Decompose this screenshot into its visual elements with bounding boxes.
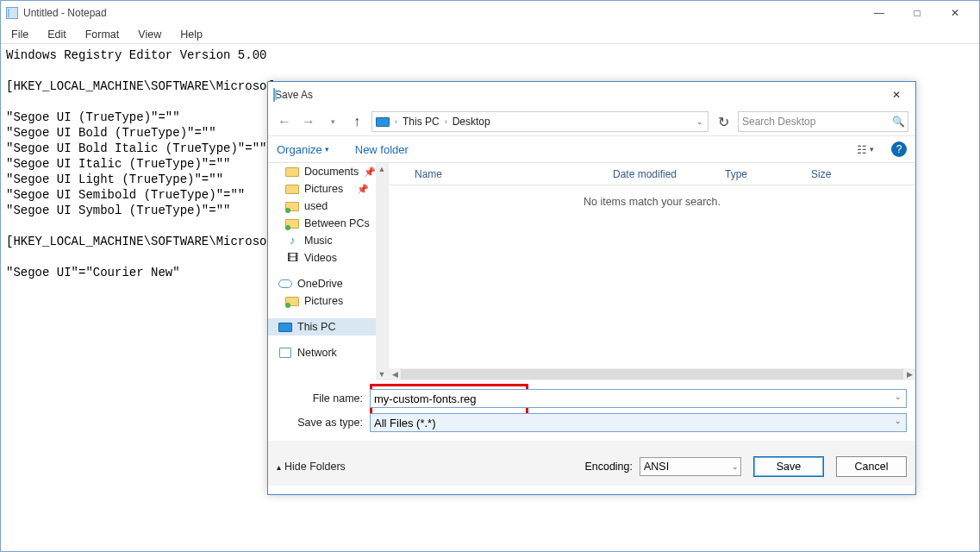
search-icon: 🔍 <box>892 116 904 128</box>
breadcrumb-thispc[interactable]: This PC <box>403 116 440 128</box>
saveas-dialog: Save As ✕ ← → ▾ ↑ › This PC › Desktop ⌄ … <box>267 81 916 495</box>
dialog-bottom-bar: ▴Hide Folders Encoding: ANSI⌄ Save Cance… <box>268 441 915 486</box>
tree-item-videos[interactable]: 🎞Videos <box>268 249 388 267</box>
save-button[interactable]: Save <box>753 456 824 477</box>
hide-folders-button[interactable]: ▴Hide Folders <box>277 461 346 473</box>
tree-item-between-pcs[interactable]: Between PCs <box>268 215 388 232</box>
breadcrumb[interactable]: › This PC › Desktop ⌄ <box>371 111 708 132</box>
notepad-icon <box>6 7 18 19</box>
breadcrumb-dropdown-icon[interactable]: ⌄ <box>694 117 706 126</box>
folder-tree[interactable]: Documents📌 Pictures📌 used Between PCs ♪M… <box>268 163 389 380</box>
chevron-down-icon: ▾ <box>325 145 329 154</box>
chevron-down-icon[interactable]: ⌄ <box>892 392 904 401</box>
tree-item-onedrive-pictures[interactable]: Pictures <box>268 292 388 310</box>
close-button[interactable]: ✕ <box>936 1 974 25</box>
nav-row: ← → ▾ ↑ › This PC › Desktop ⌄ ↻ Search D… <box>268 108 915 135</box>
menu-help[interactable]: Help <box>177 27 206 42</box>
cancel-button[interactable]: Cancel <box>836 456 907 477</box>
up-icon[interactable]: ↑ <box>347 112 366 131</box>
tree-item-pictures[interactable]: Pictures📌 <box>268 180 388 198</box>
filename-input[interactable]: my-custom-fonts.reg⌄ <box>370 389 907 408</box>
tree-item-onedrive[interactable]: OneDrive <box>268 275 388 292</box>
minimize-button[interactable]: — <box>860 1 898 25</box>
view-options-button[interactable]: ☷▾ <box>857 143 883 156</box>
music-icon: ♪ <box>285 235 299 247</box>
chevron-right-icon: › <box>445 117 447 126</box>
forward-icon[interactable]: → <box>299 112 318 131</box>
folder-icon <box>285 183 299 195</box>
scroll-left-icon[interactable]: ◀ <box>389 370 401 379</box>
chevron-right-icon: › <box>395 117 397 126</box>
menu-view[interactable]: View <box>134 27 165 42</box>
notepad-titlebar: Untitled - Notepad — □ ✕ <box>1 1 979 25</box>
menu-format[interactable]: Format <box>82 27 123 42</box>
menu-edit[interactable]: Edit <box>44 27 70 42</box>
chevron-down-icon: ▾ <box>870 145 874 154</box>
saveastype-select[interactable]: All Files (*.*)⌄ <box>370 413 907 432</box>
organize-button[interactable]: Organize▾ <box>277 143 329 156</box>
folder-icon <box>285 200 299 212</box>
column-headers: Name Date modified Type Size <box>389 163 915 185</box>
folder-icon <box>285 217 299 229</box>
encoding-select[interactable]: ANSI⌄ <box>640 457 741 476</box>
tree-item-used[interactable]: used <box>268 198 388 215</box>
scroll-right-icon[interactable]: ▶ <box>903 370 915 379</box>
saveas-title: Save As <box>275 89 313 101</box>
help-icon[interactable]: ? <box>891 141 907 157</box>
maximize-button[interactable]: □ <box>898 1 936 25</box>
encoding-label: Encoding: <box>584 461 633 473</box>
notepad-menubar: File Edit Format View Help <box>1 25 979 44</box>
back-icon[interactable]: ← <box>275 112 294 131</box>
chevron-down-icon[interactable]: ⌄ <box>732 462 739 471</box>
horizontal-scrollbar[interactable]: ◀ ▶ <box>389 368 915 380</box>
notepad-title: Untitled - Notepad <box>23 7 860 19</box>
filename-label: File name: <box>275 392 370 405</box>
breadcrumb-desktop[interactable]: Desktop <box>453 116 490 128</box>
saveas-titlebar: Save As ✕ <box>268 82 915 108</box>
col-size[interactable]: Size <box>811 168 863 180</box>
tree-item-thispc[interactable]: This PC <box>268 318 388 336</box>
refresh-icon[interactable]: ↻ <box>714 112 733 131</box>
thispc-icon <box>278 321 292 333</box>
folder-icon <box>285 166 299 178</box>
view-icon: ☷ <box>857 143 867 156</box>
cloud-icon <box>278 278 292 290</box>
scroll-up-icon[interactable]: ▲ <box>376 163 388 175</box>
video-icon: 🎞 <box>285 252 299 264</box>
search-input[interactable]: Search Desktop 🔍 <box>738 111 908 132</box>
recent-dropdown-icon[interactable]: ▾ <box>323 112 342 131</box>
tree-item-music[interactable]: ♪Music <box>268 232 388 249</box>
notepad-icon <box>273 89 275 101</box>
empty-message: No items match your search. <box>389 185 915 208</box>
file-list[interactable]: Name Date modified Type Size No items ma… <box>389 163 915 380</box>
col-date[interactable]: Date modified <box>613 168 725 180</box>
col-name[interactable]: Name <box>389 168 613 180</box>
folder-icon <box>285 295 299 307</box>
scroll-down-icon[interactable]: ▼ <box>376 368 388 380</box>
menu-file[interactable]: File <box>8 27 32 42</box>
tree-item-documents[interactable]: Documents📌 <box>268 163 388 180</box>
tree-item-network[interactable]: Network <box>268 344 388 361</box>
new-folder-button[interactable]: New folder <box>355 143 409 156</box>
tree-scrollbar[interactable]: ▲ ▼ <box>376 163 388 380</box>
chevron-up-icon: ▴ <box>277 462 281 472</box>
thispc-icon <box>376 116 390 128</box>
toolbar: Organize▾ New folder ☷▾ ? <box>268 135 915 163</box>
search-placeholder: Search Desktop <box>742 116 892 128</box>
save-fields: File name: my-custom-fonts.reg⌄ Save as … <box>268 380 915 441</box>
saveastype-label: Save as type: <box>275 417 370 429</box>
close-button[interactable]: ✕ <box>883 85 910 104</box>
col-type[interactable]: Type <box>725 168 811 180</box>
chevron-down-icon[interactable]: ⌄ <box>892 417 904 425</box>
network-icon <box>278 347 292 359</box>
